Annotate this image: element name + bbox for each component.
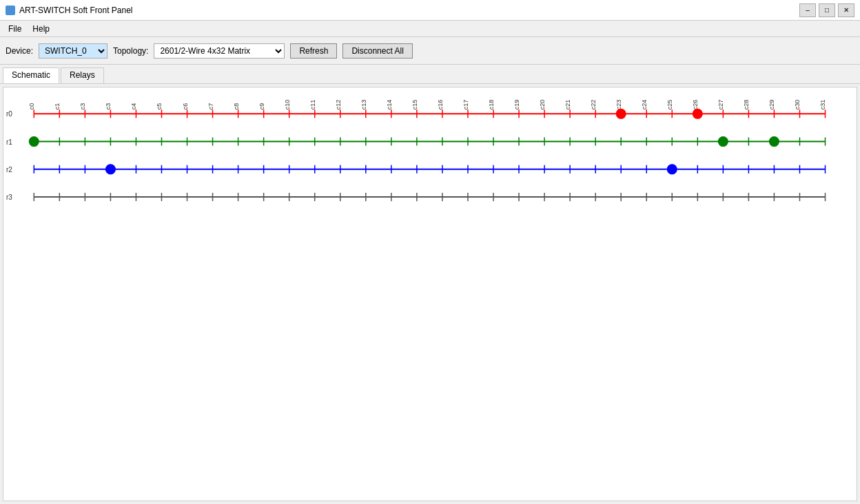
schematic-area: // Will render via JS below c0c1c3c3c4c5… — [3, 87, 857, 501]
main-content: // Will render via JS below c0c1c3c3c4c5… — [3, 87, 857, 501]
svg-point-171 — [718, 137, 728, 147]
svg-text:c7: c7 — [207, 103, 214, 110]
svg-text:c12: c12 — [335, 100, 342, 110]
topology-select[interactable]: 2601/2-Wire 4x32 Matrix — [154, 43, 285, 59]
menu-help[interactable]: Help — [27, 23, 55, 35]
svg-text:c8: c8 — [233, 103, 240, 110]
svg-text:c3: c3 — [79, 103, 86, 110]
svg-text:c6: c6 — [182, 103, 189, 110]
menu-bar: File Help — [0, 21, 860, 37]
svg-text:c1: c1 — [54, 103, 61, 110]
svg-text:c30: c30 — [794, 100, 801, 110]
svg-text:c4: c4 — [130, 103, 137, 110]
svg-text:c0: c0 — [28, 103, 35, 110]
svg-text:r2: r2 — [6, 166, 12, 174]
svg-text:c5: c5 — [156, 103, 163, 110]
svg-text:c11: c11 — [309, 100, 316, 110]
svg-text:c22: c22 — [590, 100, 597, 110]
svg-text:c21: c21 — [564, 100, 571, 110]
svg-text:c16: c16 — [437, 100, 444, 110]
svg-text:c23: c23 — [615, 100, 622, 110]
svg-text:c26: c26 — [692, 100, 699, 110]
svg-text:c10: c10 — [284, 100, 291, 110]
disconnect-all-button[interactable]: Disconnect All — [342, 43, 412, 59]
device-select[interactable]: SWITCH_0 — [39, 43, 108, 59]
title-bar-controls[interactable]: – □ ✕ — [799, 3, 854, 17]
svg-point-170 — [29, 137, 39, 147]
svg-point-173 — [105, 165, 115, 174]
maximize-button[interactable]: □ — [819, 3, 835, 17]
svg-text:c3: c3 — [105, 103, 112, 110]
svg-text:c15: c15 — [411, 100, 418, 110]
svg-point-168 — [616, 109, 626, 118]
tabs-bar: Schematic Relays — [0, 65, 860, 84]
svg-text:c13: c13 — [360, 100, 367, 110]
svg-text:c19: c19 — [513, 100, 520, 110]
svg-text:c31: c31 — [820, 100, 827, 110]
toolbar: Device: SWITCH_0 Topology: 2601/2-Wire 4… — [0, 37, 860, 65]
svg-text:c17: c17 — [462, 100, 469, 110]
title-bar-left: ART-SWITCH Soft Front Panel — [6, 6, 133, 15]
tab-schematic[interactable]: Schematic — [3, 67, 59, 83]
svg-text:c27: c27 — [717, 100, 724, 110]
svg-text:r1: r1 — [6, 138, 12, 146]
svg-text:c14: c14 — [386, 100, 393, 110]
svg-text:c28: c28 — [743, 100, 750, 110]
device-label: Device: — [6, 46, 33, 56]
svg-text:c20: c20 — [539, 100, 546, 110]
svg-text:r0: r0 — [6, 110, 12, 118]
topology-label: Topology: — [113, 46, 148, 56]
svg-point-172 — [769, 137, 779, 147]
app-title: ART-SWITCH Soft Front Panel — [19, 6, 133, 15]
svg-text:c25: c25 — [666, 100, 673, 110]
svg-text:c18: c18 — [488, 100, 495, 110]
app-icon — [6, 6, 15, 15]
svg-text:c24: c24 — [641, 100, 648, 110]
tab-relays[interactable]: Relays — [61, 67, 104, 83]
minimize-button[interactable]: – — [799, 3, 816, 17]
svg-text:c9: c9 — [258, 103, 265, 110]
menu-file[interactable]: File — [3, 23, 27, 35]
refresh-button[interactable]: Refresh — [290, 43, 337, 59]
svg-point-169 — [693, 109, 702, 118]
schematic-svg: // Will render via JS below c0c1c3c3c4c5… — [3, 87, 857, 501]
svg-point-174 — [667, 165, 677, 174]
svg-text:r3: r3 — [6, 193, 12, 201]
close-button[interactable]: ✕ — [838, 3, 854, 17]
svg-text:c29: c29 — [768, 100, 775, 110]
title-bar: ART-SWITCH Soft Front Panel – □ ✕ — [0, 0, 860, 21]
